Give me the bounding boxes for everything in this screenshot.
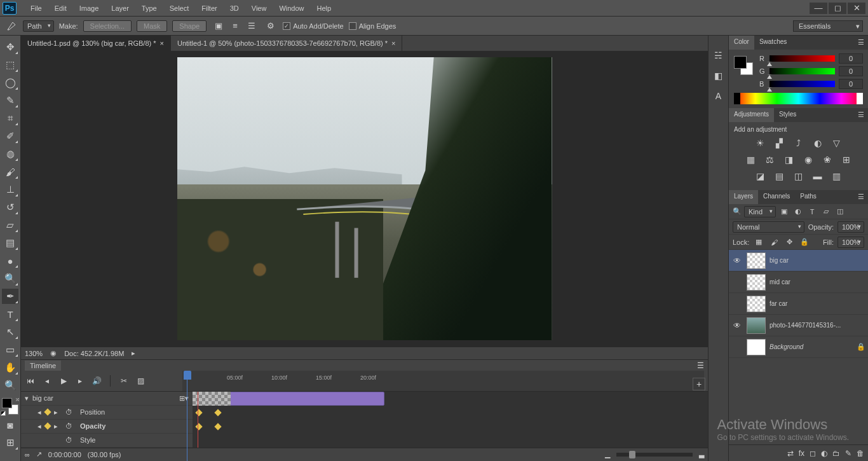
playhead[interactable] — [184, 371, 191, 380]
track-prop-opacity[interactable]: ◂▸⏱Opacity — [21, 420, 193, 434]
screen-mode-toggle[interactable]: ⊞ — [2, 435, 18, 450]
visibility-toggle[interactable]: 👁 — [731, 256, 743, 265]
visibility-toggle[interactable]: 👁 — [731, 321, 743, 330]
vibrance-icon[interactable]: ▽ — [831, 137, 843, 149]
bw-icon[interactable]: ◨ — [783, 153, 796, 166]
photo-filter-icon[interactable]: ◉ — [802, 153, 815, 166]
levels-icon[interactable]: ▞ — [773, 137, 786, 149]
red-slider[interactable] — [770, 55, 835, 62]
current-time[interactable]: 0:00:00:00 — [48, 451, 81, 458]
menu-window[interactable]: Window — [273, 2, 310, 15]
timeline-content[interactable]: big car — [193, 392, 708, 448]
menu-filter[interactable]: Filter — [195, 2, 223, 15]
menu-type[interactable]: Type — [135, 2, 163, 15]
hue-icon[interactable]: ▦ — [745, 153, 757, 166]
layer-thumbnail[interactable] — [747, 274, 766, 291]
layer-mask-icon[interactable]: ◻ — [810, 449, 816, 458]
stamp-tool[interactable]: ⊥ — [2, 182, 18, 197]
color-swatches[interactable]: ⤭ — [2, 398, 18, 415]
timeline-zoom-slider[interactable] — [616, 453, 693, 457]
healing-tool[interactable]: ◍ — [2, 146, 18, 162]
pen-tool[interactable]: ✒ — [2, 289, 18, 304]
first-frame-button[interactable]: ⏮ — [25, 375, 36, 387]
character-panel-icon[interactable]: A — [712, 89, 726, 103]
audio-button[interactable]: 🔊 — [91, 375, 102, 387]
track-prop-position[interactable]: ◂▸⏱Position — [21, 406, 193, 420]
maximize-button[interactable]: ◻ — [829, 3, 846, 14]
adjustments-tab[interactable]: Adjustments — [729, 108, 774, 122]
play-button[interactable]: ▶ — [58, 375, 69, 387]
app-logo[interactable]: Ps — [3, 2, 17, 15]
zoom-in-timeline-icon[interactable]: ▃ — [699, 450, 704, 458]
document-tab-1[interactable]: Untitled-1.psd @ 130% (big car, RGB/8) *… — [21, 36, 171, 51]
menu-select[interactable]: Select — [163, 2, 196, 15]
keyframe-icon[interactable] — [44, 423, 51, 430]
close-button[interactable]: ✕ — [848, 3, 865, 14]
track-header[interactable]: ▾big car⊞▾ — [21, 392, 193, 406]
blue-slider[interactable] — [770, 81, 835, 87]
add-media-button[interactable]: + — [693, 378, 705, 390]
layer-row[interactable]: 👁photo-1446770145316-... — [729, 315, 868, 336]
exposure-icon[interactable]: ◐ — [811, 137, 824, 149]
lock-pixels-icon[interactable]: 🖌 — [768, 237, 780, 248]
green-slider[interactable] — [770, 68, 835, 74]
gear-icon[interactable]: ⚙ — [264, 20, 278, 32]
dodge-tool[interactable]: 🔍 — [2, 271, 18, 286]
layer-filter-kind[interactable]: Kind — [744, 206, 776, 217]
path-select-tool[interactable]: ↖ — [2, 324, 18, 340]
paths-tab[interactable]: Paths — [795, 190, 822, 204]
filter-smart-icon[interactable]: ◫ — [834, 206, 846, 217]
properties-panel-icon[interactable]: ◧ — [712, 69, 726, 83]
filter-type-icon[interactable]: T — [806, 206, 818, 217]
layer-name[interactable]: Background — [770, 343, 853, 350]
menu-view[interactable]: View — [245, 2, 273, 15]
layer-row[interactable]: 👁big car — [729, 250, 868, 272]
foreground-color-swatch[interactable] — [2, 398, 12, 408]
styles-tab[interactable]: Styles — [774, 108, 801, 122]
panel-menu-icon[interactable]: ☰ — [854, 190, 868, 204]
lock-position-icon[interactable]: ✥ — [783, 237, 795, 248]
fill-input[interactable]: 100% — [837, 237, 864, 248]
keyframe[interactable] — [195, 409, 202, 416]
swap-colors-icon[interactable]: ⤭ — [15, 397, 20, 403]
selective-color-icon[interactable]: ▥ — [831, 170, 843, 182]
close-tab-icon[interactable]: × — [391, 39, 395, 47]
make-shape-button[interactable]: Shape — [172, 20, 207, 32]
filter-pixel-icon[interactable]: ▣ — [778, 206, 790, 217]
layer-name[interactable]: big car — [770, 257, 865, 264]
timeline-ruler[interactable]: 05:00f 10:00f 15:00f 20:00f — [182, 371, 704, 391]
color-spectrum[interactable] — [734, 93, 863, 104]
lasso-tool[interactable]: ◯ — [2, 75, 18, 90]
path-op-combine-icon[interactable]: ▣ — [212, 20, 226, 32]
zoom-tool[interactable]: 🔍 — [2, 378, 18, 393]
blur-tool[interactable]: ● — [2, 253, 18, 268]
document-info[interactable]: Doc: 452.2K/1.98M — [64, 350, 124, 357]
color-balance-icon[interactable]: ⚖ — [764, 153, 776, 166]
status-doc-icon[interactable]: ◉ — [50, 349, 57, 357]
timeline-loop-icon[interactable]: ∞ — [25, 451, 30, 458]
green-value[interactable]: 0 — [839, 66, 863, 76]
blend-mode-select[interactable]: Normal — [733, 221, 804, 233]
blue-value[interactable]: 0 — [839, 79, 863, 89]
delete-layer-icon[interactable]: 🗑 — [857, 449, 864, 458]
auto-add-delete-checkbox[interactable]: ✓Auto Add/Delete — [283, 22, 344, 30]
filter-adjust-icon[interactable]: ◐ — [792, 206, 804, 217]
gradient-map-icon[interactable]: ▬ — [811, 170, 824, 182]
transition-button[interactable]: ▨ — [135, 375, 146, 387]
close-tab-icon[interactable]: × — [160, 39, 164, 47]
tool-mode-select[interactable]: Path — [23, 20, 54, 32]
layer-name[interactable]: photo-1446770145316-... — [770, 322, 865, 329]
zoom-level[interactable]: 130% — [25, 350, 43, 357]
layer-thumbnail[interactable] — [747, 317, 766, 334]
opacity-input[interactable]: 100% — [837, 221, 864, 233]
invert-icon[interactable]: ◪ — [754, 170, 767, 182]
path-align-icon[interactable]: ≡ — [228, 20, 242, 32]
track-prop-style[interactable]: ◂▸⏱Style — [21, 434, 193, 448]
link-layers-icon[interactable]: ⇄ — [787, 449, 794, 458]
color-lookup-icon[interactable]: ⊞ — [840, 153, 853, 166]
gradient-tool[interactable]: ▤ — [2, 235, 18, 251]
shape-tool[interactable]: ▭ — [2, 342, 18, 357]
layer-style-icon[interactable]: fx — [799, 449, 804, 458]
history-panel-icon[interactable]: ☵ — [712, 48, 726, 62]
layer-row[interactable]: Background🔒 — [729, 336, 868, 358]
